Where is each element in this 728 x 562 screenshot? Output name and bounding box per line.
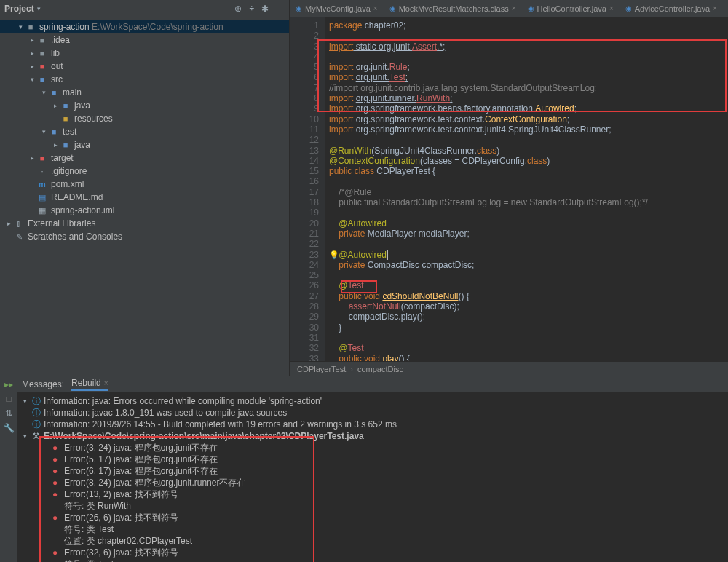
arrow-icon[interactable]: ▾	[23, 395, 32, 407]
arrow-icon[interactable]: ▾	[28, 76, 36, 83]
close-icon[interactable]: ×	[104, 379, 108, 387]
editor-tab[interactable]: ◉AdviceController.java×	[620, 0, 723, 17]
code-line[interactable]: /*@Rule	[329, 187, 728, 197]
tree-node[interactable]: ▤README.md	[0, 191, 289, 204]
code-line[interactable]: public final StandardOutputStreamLog log…	[329, 197, 728, 207]
tree-node[interactable]: ▸■java	[0, 99, 289, 112]
tree-node[interactable]: ▦spring-action.iml	[0, 204, 289, 217]
tree-node[interactable]: ▸⫿External Libraries	[0, 217, 289, 230]
tree-node[interactable]: ▸■.idea	[0, 33, 289, 47]
code-line[interactable]: private MediaPlayer mediaPlayer;	[329, 229, 728, 239]
message-row[interactable]: 符号: 类 Test	[17, 558, 728, 562]
code-line[interactable]: compactDisc.play();	[329, 312, 728, 322]
editor-tab[interactable]: ◉MyMvcConfig.java×	[290, 0, 384, 17]
intention-bulb-icon[interactable]: 💡	[329, 250, 339, 260]
message-row[interactable]: 符号: 类 Test	[17, 523, 728, 535]
code-line[interactable]: @Test	[329, 343, 728, 353]
message-row[interactable]: ●Error:(3, 24) java: 程序包org.junit不存在	[17, 442, 728, 454]
code-line[interactable]	[329, 239, 728, 249]
tree-node[interactable]: mpom.xml	[0, 178, 289, 191]
tree-node[interactable]: ·.gitignore	[0, 165, 289, 178]
code-line[interactable]: @Autowired	[329, 250, 728, 260]
code-line[interactable]: import org.junit.Rule;	[329, 62, 728, 72]
message-row[interactable]: ⓘInformation: javac 1.8.0_191 was used t…	[17, 407, 728, 419]
tree-node[interactable]: ▾■src	[0, 73, 289, 86]
arrow-icon[interactable]: ▸	[51, 141, 60, 149]
code-line[interactable]: import org.springframework.test.context.…	[329, 124, 728, 135]
message-row[interactable]: 位置: 类 chapter02.CDPlayerTest	[17, 535, 728, 547]
arrow-icon[interactable]: ▸	[51, 102, 60, 109]
arrow-icon[interactable]: ▾	[39, 128, 48, 135]
arrow-icon[interactable]: ▸	[28, 36, 36, 44]
editor-body[interactable]: 1234567891011121314151617181920212223242…	[290, 17, 728, 361]
breadcrumb[interactable]: CDPlayerTest › compactDisc	[290, 361, 728, 376]
arrow-icon[interactable]: ▸	[28, 50, 36, 57]
wrench-icon[interactable]: 🔧	[4, 423, 15, 433]
tree-node[interactable]: ▾■spring-action E:\WorkSpace\Code\spring…	[0, 20, 289, 33]
code-line[interactable]: @ContextConfiguration(classes = CDPlayer…	[329, 156, 728, 166]
message-row[interactable]: ▾⚒E:\WorkSpace\Code\spring-action\src\ma…	[17, 430, 728, 442]
run-icon[interactable]: ▸▸	[4, 379, 13, 389]
close-icon[interactable]: ×	[713, 4, 717, 12]
editor-tab[interactable]: ◉HelloController.java×	[522, 0, 620, 17]
messages-list[interactable]: ▾ⓘInformation: java: Errors occurred whi…	[17, 392, 728, 562]
code-line[interactable]	[329, 270, 728, 280]
code-line[interactable]: import org.junit.runner.RunWith;	[329, 93, 728, 103]
close-icon[interactable]: ×	[512, 4, 516, 12]
code-area[interactable]: package chapter02; import static org.jun…	[325, 17, 728, 361]
code-line[interactable]	[329, 207, 728, 218]
code-line[interactable]: @Test	[329, 280, 728, 290]
messages-tab-rebuild[interactable]: Rebuild×	[71, 378, 108, 391]
code-line[interactable]: package chapter02;	[329, 20, 728, 31]
message-row[interactable]: ●Error:(26, 6) java: 找不到符号	[17, 512, 728, 523]
code-line[interactable]	[329, 135, 728, 145]
message-row[interactable]: ●Error:(8, 24) java: 程序包org.junit.runner…	[17, 477, 728, 488]
message-row[interactable]: ●Error:(13, 2) java: 找不到符号	[17, 488, 728, 500]
breadcrumb-item[interactable]: compactDisc	[357, 365, 403, 373]
close-icon[interactable]: ×	[373, 4, 378, 12]
editor-tabs[interactable]: ◉MyMvcConfig.java×◉MockMvcResultMatchers…	[290, 0, 728, 17]
arrow-icon[interactable]: ▾	[23, 430, 32, 442]
code-line[interactable]	[329, 31, 728, 41]
close-icon[interactable]: ×	[609, 4, 614, 12]
code-line[interactable]: assertNotNull(compactDisc);	[329, 301, 728, 312]
message-row[interactable]: ▾ⓘInformation: java: Errors occurred whi…	[17, 395, 728, 407]
tree-node[interactable]: ▾■main	[0, 86, 289, 99]
code-line[interactable]: //import org.junit.contrib.java.lang.sys…	[329, 83, 728, 93]
code-line[interactable]: public void cdShouldNotBeNull() {	[329, 291, 728, 301]
code-line[interactable]: @Autowired	[329, 218, 728, 229]
arrow-icon[interactable]: ▾	[39, 89, 48, 96]
code-line[interactable]: import static org.junit.Assert.*;	[329, 41, 728, 52]
code-line[interactable]: import org.junit.Test;	[329, 72, 728, 82]
arrow-icon[interactable]: ▸	[28, 154, 36, 162]
code-line[interactable]: public void play() {	[329, 354, 728, 362]
message-row[interactable]: ⓘInformation: 2019/9/26 14:55 - Build co…	[17, 419, 728, 430]
collapse-icon[interactable]: ÷	[249, 4, 254, 14]
code-line[interactable]	[329, 176, 728, 186]
message-row[interactable]: ●Error:(32, 6) java: 找不到符号	[17, 547, 728, 558]
code-line[interactable]	[329, 333, 728, 343]
arrow-icon[interactable]: ▸	[28, 63, 36, 70]
tree-node[interactable]: ▸■lib	[0, 47, 289, 60]
hide-icon[interactable]: —	[276, 4, 285, 14]
chevron-down-icon[interactable]: ▾	[37, 5, 41, 12]
tree-node[interactable]: ▸■out	[0, 60, 289, 73]
tree-node[interactable]: ▾■test	[0, 125, 289, 138]
arrow-icon[interactable]: ▾	[16, 23, 25, 31]
code-line[interactable]: private CompactDisc compactDisc;	[329, 260, 728, 270]
code-line[interactable]: import org.springframework.beans.factory…	[329, 103, 728, 114]
tree-node[interactable]: ▸■java	[0, 138, 289, 151]
tree-node[interactable]: ✎Scratches and Consoles	[0, 230, 289, 243]
tree-node[interactable]: ▸■target	[0, 151, 289, 165]
code-line[interactable]: }	[329, 322, 728, 333]
message-row[interactable]: ●Error:(5, 17) java: 程序包org.junit不存在	[17, 454, 728, 465]
code-line[interactable]: import org.springframework.test.context.…	[329, 114, 728, 124]
code-line[interactable]: @RunWith(SpringJUnit4ClassRunner.class)	[329, 146, 728, 156]
breadcrumb-item[interactable]: CDPlayerTest	[297, 365, 346, 373]
project-tree[interactable]: ▾■spring-action E:\WorkSpace\Code\spring…	[0, 17, 289, 376]
sidebar-title[interactable]: Project	[4, 4, 34, 14]
filter-icon[interactable]: ⇅	[5, 408, 12, 419]
code-line[interactable]	[329, 52, 728, 62]
message-row[interactable]: ●Error:(6, 17) java: 程序包org.junit不存在	[17, 465, 728, 477]
gear-icon[interactable]: ✱	[261, 4, 269, 14]
